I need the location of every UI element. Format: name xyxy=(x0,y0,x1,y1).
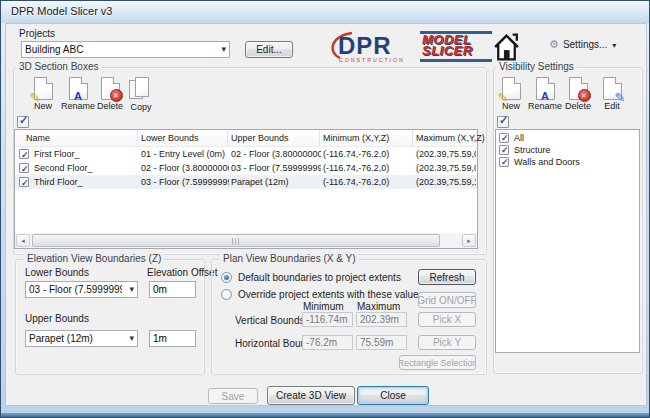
row-checkbox[interactable] xyxy=(19,149,29,159)
projects-combobox-value: Building ABC xyxy=(25,42,214,57)
lower-bounds-combobox[interactable]: 03 - Floor (7.5999999999999 xyxy=(25,281,138,298)
projects-label: Projects xyxy=(19,28,55,39)
horizontal-max-input: 75.59m xyxy=(356,335,407,350)
dialog-window: DPR Model Slicer v3 Projects Building AB… xyxy=(0,0,650,418)
logo-bottom-bar xyxy=(420,59,492,62)
column-header-lower[interactable]: Lower Bounds xyxy=(141,130,199,147)
table-header: Name Lower Bounds Upper Bounds Minimum (… xyxy=(15,130,477,147)
model-slicer-logo: MODEL SLICER xyxy=(420,29,523,65)
sectionbox-delete-button[interactable]: Delete xyxy=(93,77,127,111)
minimum-header: Minimum xyxy=(303,301,344,312)
table-row[interactable]: First Floor_ 01 - Entry Level (0m) 02 - … xyxy=(15,147,477,161)
visibility-delete-button[interactable]: Delete xyxy=(561,77,595,111)
edit-project-button[interactable]: Edit... xyxy=(245,41,293,58)
upper-bounds-combobox[interactable]: Parapet (12m) xyxy=(25,330,138,347)
row-checkbox[interactable] xyxy=(19,177,29,187)
gear-icon xyxy=(549,39,563,50)
plan-group-title: Plan View Boundaries (X & Y) xyxy=(220,253,358,264)
settings-menu[interactable]: Settings... xyxy=(549,38,616,51)
window-title: DPR Model Slicer v3 xyxy=(11,5,112,17)
horizontal-min-input: -76.2m xyxy=(302,335,353,350)
tool-label: Rename xyxy=(59,101,97,111)
scroll-right-arrow-icon[interactable]: ▸ xyxy=(462,234,476,247)
override-extents-radio[interactable] xyxy=(221,289,232,300)
override-extents-label[interactable]: Override project extents with these valu… xyxy=(238,289,424,300)
chevron-down-icon xyxy=(607,39,616,50)
sectionbox-new-button[interactable]: New xyxy=(27,77,59,111)
upper-offset-input[interactable]: 1m xyxy=(149,330,196,347)
tool-label: Delete xyxy=(93,101,127,111)
default-boundaries-radio[interactable] xyxy=(221,272,232,283)
sectionbox-copy-button[interactable]: Copy xyxy=(125,77,157,112)
visibility-select-all-checkbox[interactable] xyxy=(497,116,509,128)
dpr-logo-graphic: DPR CONSTRUCTION xyxy=(326,29,419,65)
refresh-button[interactable]: Refresh xyxy=(418,269,476,285)
maximum-header: Maximum xyxy=(357,301,400,312)
column-header-max[interactable]: Maximum (X,Y,Z) xyxy=(416,130,485,147)
projects-combobox[interactable]: Building ABC xyxy=(21,41,230,58)
item-label: Walls and Doors xyxy=(514,156,580,168)
rename-page-icon xyxy=(69,77,88,100)
title-bar[interactable]: DPR Model Slicer v3 xyxy=(1,1,649,23)
create-3d-view-button[interactable]: Create 3D View xyxy=(267,386,355,405)
grid-onoff-button: Grid ON/OFF xyxy=(418,292,476,308)
table-row-selected[interactable]: Third Floor_ 03 - Floor (7.599999999... … xyxy=(15,175,477,189)
list-item[interactable]: All xyxy=(496,132,639,144)
dpr-logo-text: DPR xyxy=(338,32,392,59)
section-boxes-table: Name Lower Bounds Upper Bounds Minimum (… xyxy=(14,129,478,249)
dpr-logo-subtext: CONSTRUCTION xyxy=(339,57,405,63)
item-label: All xyxy=(514,132,524,144)
item-label: Structure xyxy=(514,144,551,156)
visibility-rename-button[interactable]: Rename xyxy=(526,77,564,111)
column-header-name[interactable]: Name xyxy=(26,130,50,147)
copy-pages-icon xyxy=(129,77,153,101)
upper-bounds-label: Upper Bounds xyxy=(25,313,89,324)
visibility-new-button[interactable]: New xyxy=(496,77,526,111)
new-page-icon xyxy=(34,77,53,100)
visibility-list: All Structure Walls and Doors xyxy=(495,129,640,353)
visibility-edit-button[interactable]: Edit xyxy=(597,77,627,111)
item-checkbox[interactable] xyxy=(499,157,509,167)
horizontal-scrollbar[interactable]: ◂ ▸ xyxy=(15,233,477,248)
close-button[interactable]: Close xyxy=(357,386,429,405)
upper-bounds-value: Parapet (12m) xyxy=(29,331,122,346)
sectionbox-rename-button[interactable]: Rename xyxy=(59,77,97,111)
scrollbar-thumb[interactable] xyxy=(32,234,440,247)
delete-page-icon xyxy=(569,77,588,100)
sectionbox-select-all-checkbox[interactable] xyxy=(17,116,29,128)
list-item[interactable]: Structure xyxy=(496,144,639,156)
model-slicer-logo-text: MODEL SLICER xyxy=(422,34,473,56)
row-checkbox[interactable] xyxy=(19,163,29,173)
edit-page-icon xyxy=(603,77,622,100)
tool-label: Copy xyxy=(125,102,157,112)
vertical-min-input: -116.74m xyxy=(302,312,353,327)
item-checkbox[interactable] xyxy=(499,145,509,155)
pick-y-button: Pick Y xyxy=(418,335,476,350)
rectangle-selection-button: Rectangle Selection xyxy=(399,355,476,370)
column-header-upper[interactable]: Upper Bounds xyxy=(231,130,289,147)
list-item[interactable]: Walls and Doors xyxy=(496,156,639,168)
item-checkbox[interactable] xyxy=(499,133,509,143)
section-boxes-title: 3D Section Boxes xyxy=(16,61,102,72)
lower-offset-input[interactable]: 0m xyxy=(149,281,196,298)
lower-bounds-value: 03 - Floor (7.5999999999999 xyxy=(29,282,122,297)
new-page-icon xyxy=(502,77,521,100)
elevation-offset-label: Elevation Offset xyxy=(147,267,217,278)
delete-page-icon xyxy=(101,77,120,100)
lower-bounds-label: Lower Bounds xyxy=(25,267,89,278)
table-row[interactable]: Second Floor_ 02 - Floor (3.800000000...… xyxy=(15,161,477,175)
visibility-group-title: Visibility Settings xyxy=(496,61,577,72)
pick-x-button: Pick X xyxy=(418,312,476,327)
column-header-min[interactable]: Minimum (X,Y,Z) xyxy=(323,130,389,147)
default-boundaries-label[interactable]: Default boundaries to project extents xyxy=(238,272,401,283)
tool-label: Rename xyxy=(526,101,564,111)
vertical-max-input: 202.39m xyxy=(356,312,407,327)
rename-page-icon xyxy=(536,77,555,100)
save-button: Save xyxy=(208,388,258,404)
vertical-bounds-label: Vertical Bounds xyxy=(235,315,305,326)
scroll-left-arrow-icon[interactable]: ◂ xyxy=(16,234,30,247)
tool-label: Delete xyxy=(561,101,595,111)
dpr-construction-logo: DPR CONSTRUCTION xyxy=(326,29,419,65)
elevation-group-title: Elevation View Boundaries (Z) xyxy=(24,253,164,264)
window-bottom-border xyxy=(1,413,649,417)
